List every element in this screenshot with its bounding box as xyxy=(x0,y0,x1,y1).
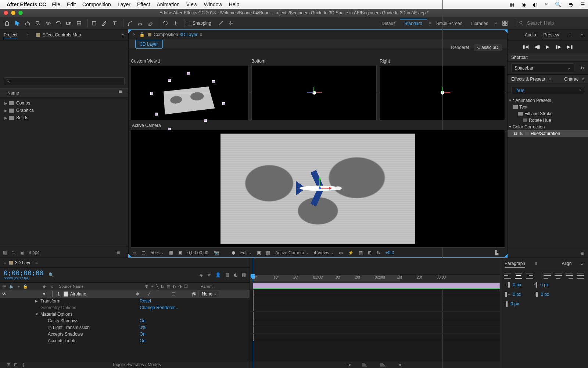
prop-transform[interactable]: ▶TransformReset xyxy=(0,298,250,304)
menu-effect[interactable]: Effect xyxy=(137,1,150,7)
timeline-zoom-bar[interactable]: ─●●─ xyxy=(250,361,500,368)
camera-tool-icon[interactable] xyxy=(65,19,73,27)
timeline-tab[interactable]: 3D Layer xyxy=(15,260,33,265)
timeline-search-icon[interactable]: 🔍 xyxy=(49,272,54,277)
tab-project[interactable]: Project xyxy=(4,32,17,38)
interpret-footage-icon[interactable]: ▦ xyxy=(3,250,7,255)
paragraph-menu-icon[interactable]: ≡ xyxy=(535,261,538,266)
tab-character[interactable]: Charac xyxy=(564,77,578,82)
project-search[interactable] xyxy=(4,77,125,85)
tab-paragraph[interactable]: Paragraph xyxy=(505,261,525,266)
new-comp-icon[interactable]: ▣ xyxy=(20,250,24,255)
tree-animation-presets[interactable]: ▼* Animation Presets xyxy=(508,97,588,104)
justify-center-icon[interactable] xyxy=(555,273,562,279)
switch-value[interactable]: ✱ xyxy=(136,291,140,297)
close-tab-icon[interactable]: × xyxy=(133,32,136,37)
menu-composition[interactable]: Composition xyxy=(82,1,111,7)
zoom-slider-icon[interactable] xyxy=(362,363,369,367)
zoom-dropdown[interactable]: 50%⌄ xyxy=(151,250,164,255)
exposure-value[interactable]: +0.0 xyxy=(386,250,394,255)
workspace-menu-icon[interactable]: ≡ xyxy=(429,21,432,26)
folder-solids[interactable]: ▶Solids xyxy=(0,114,128,121)
comp-panel-menu-icon[interactable]: ≡ xyxy=(200,32,202,37)
column-source-name[interactable]: Source Name xyxy=(57,284,145,289)
workspace-standard[interactable]: Standard xyxy=(400,19,427,28)
switch-adjust-icon[interactable]: ◑ xyxy=(178,284,182,289)
space-before[interactable]: ↑▌0 px xyxy=(534,292,560,297)
folder-comps[interactable]: ▶Comps xyxy=(0,99,128,107)
panel-overflow-icon[interactable]: » xyxy=(581,261,584,266)
switch-motionblur-icon[interactable]: ◐ xyxy=(172,284,176,289)
bpc-toggle[interactable]: 8 bpc xyxy=(29,250,39,255)
comp-mini-flowchart-icon[interactable]: ◈ xyxy=(200,272,203,277)
tree-text[interactable]: ▼Text xyxy=(508,104,588,110)
magnification-icon[interactable]: ▢ xyxy=(141,250,146,255)
align-right-icon[interactable] xyxy=(526,273,533,279)
views-layout-dropdown[interactable]: 4 Views⌄ xyxy=(314,250,334,255)
prop-accepts-shadows[interactable]: Accepts ShadowsOn xyxy=(0,331,250,337)
pen-tool-icon[interactable] xyxy=(100,19,108,27)
project-panel-menu-icon[interactable]: ≡ xyxy=(27,32,30,38)
switch-shy-icon[interactable]: ✱ xyxy=(145,284,148,289)
clone-stamp-tool-icon[interactable] xyxy=(136,19,144,27)
shy-icon[interactable]: 👤 xyxy=(215,272,221,277)
align-center-icon[interactable] xyxy=(515,273,522,279)
switch-quality-icon[interactable]: ╲ xyxy=(156,284,159,289)
switch-frameblend-icon[interactable]: ▥ xyxy=(166,284,170,289)
cc-icon[interactable]: ◐ xyxy=(533,1,537,7)
prev-frame-icon[interactable]: ◀▮ xyxy=(534,44,540,49)
shape-tool-icon[interactable] xyxy=(90,19,98,27)
type-tool-icon[interactable] xyxy=(111,19,119,27)
render-queue-icon[interactable]: ▙ xyxy=(495,250,498,255)
menu-edit[interactable]: Edit xyxy=(67,1,76,7)
audio-column-icon[interactable]: 🔈 xyxy=(9,284,14,289)
fast-previews-icon[interactable]: ⚡ xyxy=(348,250,354,255)
help-search[interactable] xyxy=(515,20,585,26)
tray-icon[interactable]: ◉ xyxy=(521,1,526,7)
tree-rotate-hue[interactable]: Rotate Hue xyxy=(508,117,588,124)
layer-label-swatch[interactable] xyxy=(52,291,53,297)
tree-fill-stroke[interactable]: ▼Fill and Stroke xyxy=(508,110,588,117)
menu-animation[interactable]: Animation xyxy=(157,1,179,7)
timeline-menu-icon[interactable]: ≡ xyxy=(35,260,38,265)
snapshot-icon[interactable]: 📷 xyxy=(214,250,219,255)
prop-geometry[interactable]: Geometry OptionsChange Renderer... xyxy=(0,304,250,311)
switch-collapse-icon[interactable]: ☀ xyxy=(150,284,154,289)
draft-3d-icon[interactable]: ✳ xyxy=(207,272,211,277)
transparency-grid-icon[interactable]: ▨ xyxy=(266,250,270,255)
always-preview-icon[interactable]: ▭ xyxy=(132,250,136,255)
zoom-icon[interactable] xyxy=(18,11,23,15)
expand-layer-icon[interactable]: ▼ xyxy=(40,291,48,297)
wifi-icon[interactable]: ⌔ xyxy=(545,1,548,7)
resolution-grid-icon[interactable]: ▦ xyxy=(169,250,173,255)
column-parent[interactable]: Parent xyxy=(198,284,250,289)
zoom-slider-icon[interactable] xyxy=(380,363,388,367)
workspace-grid-icon[interactable] xyxy=(501,19,509,27)
renderer-dropdown[interactable]: Classic 3D xyxy=(474,44,502,51)
video-toggle-icon[interactable]: 👁 xyxy=(2,291,7,297)
frame-blend-icon[interactable]: ▥ xyxy=(225,272,229,277)
tab-effects-presets[interactable]: Effects & Presets ≡ xyxy=(511,77,551,82)
parent-dropdown[interactable]: None xyxy=(198,291,219,297)
roto-brush-tool-icon[interactable] xyxy=(161,19,169,27)
project-column-label-icon[interactable]: ▝▘ xyxy=(117,91,124,96)
justify-all-icon[interactable] xyxy=(577,273,584,279)
viewport-active-camera[interactable]: Active Camera xyxy=(131,130,505,248)
graph-editor-icon[interactable]: ▧ xyxy=(242,272,246,277)
help-search-input[interactable] xyxy=(526,20,585,26)
timeline-tracks[interactable]: 0f 10f 20f 01;00f 10f 20f 02;00f 10f 20f… xyxy=(250,258,500,368)
view-label-active-camera[interactable]: Active Camera xyxy=(132,123,161,128)
layer-name[interactable]: Airplane xyxy=(70,291,86,297)
viewport-right[interactable] xyxy=(380,65,505,120)
shortcut-dropdown[interactable]: Spacebar⌄ xyxy=(511,63,574,73)
timeline-icon[interactable]: ▤ xyxy=(359,250,363,255)
home-icon[interactable] xyxy=(3,19,11,27)
puppet-tool-icon[interactable] xyxy=(172,19,180,27)
prop-material[interactable]: ▼Material Options xyxy=(0,311,250,318)
panel-overflow-icon[interactable]: » xyxy=(582,77,584,82)
indent-left[interactable]: →▌0 px xyxy=(504,282,530,287)
rotation-tool-icon[interactable] xyxy=(54,19,62,27)
tray-icon[interactable]: ▦ xyxy=(509,1,514,7)
tree-hue-saturation[interactable]: 32fxHue/Saturation xyxy=(508,130,588,137)
eraser-tool-icon[interactable] xyxy=(146,19,154,27)
